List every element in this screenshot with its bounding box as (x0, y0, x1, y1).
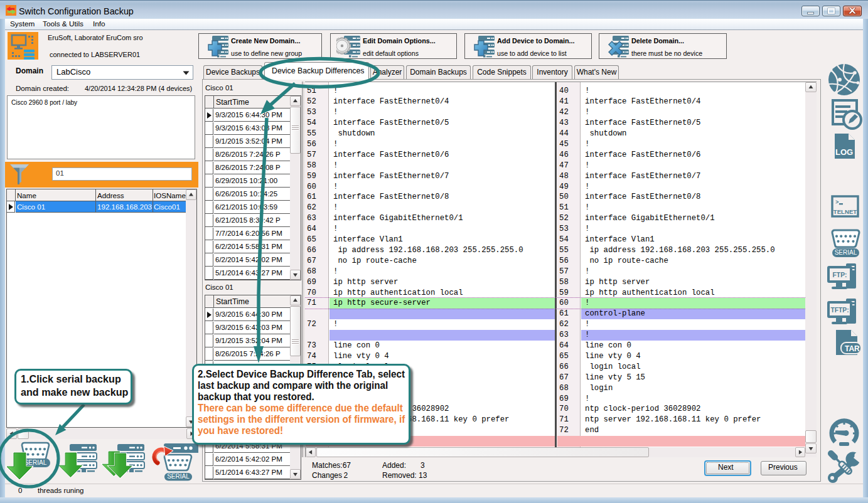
svg-text:TELNET: TELNET (833, 208, 857, 215)
svg-text:LOG: LOG (835, 147, 853, 157)
svg-text:TAR: TAR (845, 344, 860, 353)
svg-text:>_: >_ (835, 199, 842, 206)
svg-text:SERIAL: SERIAL (835, 249, 857, 256)
svg-text:FTP:: FTP: (833, 272, 847, 278)
svg-text:TFTP:: TFTP: (830, 307, 849, 314)
